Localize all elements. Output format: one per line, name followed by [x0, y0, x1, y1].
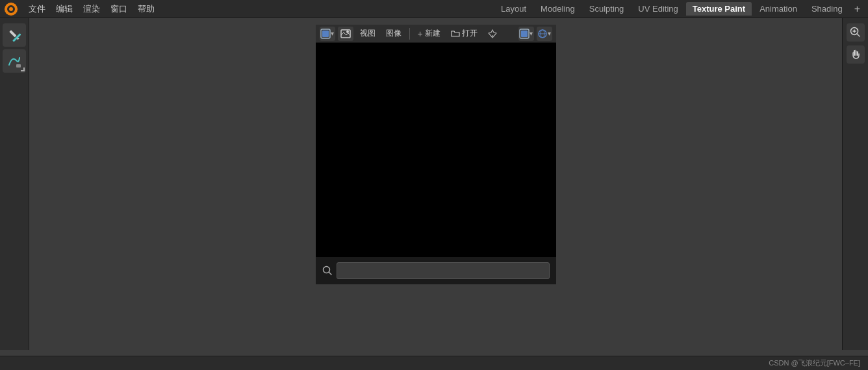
edit-menu-item[interactable]: 编辑 — [51, 2, 78, 16]
globe-btn[interactable]: ▾ — [537, 27, 552, 41]
plus-icon: + — [418, 29, 423, 39]
pin-btn[interactable] — [484, 27, 501, 41]
svg-rect-13 — [322, 31, 329, 37]
view-menu-btn[interactable]: 视图 — [356, 27, 379, 41]
open-image-btn[interactable]: 打开 — [447, 27, 481, 41]
search-icon — [322, 265, 333, 276]
blender-logo-icon — [4, 2, 18, 16]
tab-animation[interactable]: Animation — [753, 2, 804, 16]
search-bar-container — [316, 257, 556, 284]
svg-rect-11 — [16, 64, 21, 68]
window-menu-item[interactable]: 窗口 — [105, 2, 133, 16]
image-editor-type-icon — [320, 29, 331, 39]
status-text: CSDN @飞浪纪元[FWC–FE] — [769, 358, 860, 368]
image-editor-panel: ▾ 视图 图像 + 新建 — [316, 25, 556, 284]
tab-layout[interactable]: Layout — [494, 2, 533, 16]
right-tools-panel — [842, 18, 868, 350]
search-magnifier-icon — [322, 265, 333, 276]
new-image-label: 新建 — [425, 28, 440, 39]
render-menu-item[interactable]: 渲染 — [78, 2, 105, 16]
open-image-label: 打开 — [462, 28, 478, 39]
svg-point-15 — [346, 31, 349, 33]
hand-icon — [850, 49, 862, 60]
image-icon-btn[interactable] — [338, 27, 353, 41]
status-bar: CSDN @飞浪纪元[FWC–FE] — [0, 356, 868, 370]
svg-rect-18 — [521, 31, 528, 37]
toolbar-separator-1 — [409, 28, 410, 40]
main-area: ▾ 视图 图像 + 新建 — [0, 18, 868, 350]
zoom-in-btn[interactable] — [847, 23, 865, 42]
pan-tool-btn[interactable] — [847, 45, 865, 64]
zoom-in-icon — [850, 27, 862, 38]
folder-icon — [451, 29, 460, 38]
svg-point-2 — [9, 7, 13, 11]
top-menubar: 文件 编辑 渲染 窗口 帮助 Layout Modeling Sculpting… — [0, 0, 868, 18]
image-canvas[interactable] — [316, 43, 556, 257]
image-menu-btn[interactable]: 图像 — [382, 27, 405, 41]
tab-shading[interactable]: Shading — [805, 2, 849, 16]
tab-texture-paint[interactable]: Texture Paint — [686, 2, 752, 16]
tab-uv-editing[interactable]: UV Editing — [632, 2, 684, 16]
image-type-icon — [340, 29, 351, 39]
tool-corner-indicator — [21, 68, 25, 71]
tab-modeling[interactable]: Modeling — [534, 2, 581, 16]
center-canvas-area: ▾ 视图 图像 + 新建 — [29, 18, 842, 350]
svg-line-25 — [857, 34, 860, 36]
curve-tool-icon — [7, 54, 21, 68]
right-view-icon — [519, 29, 530, 39]
svg-rect-9 — [9, 30, 16, 37]
curve-tool-btn[interactable] — [3, 49, 26, 73]
chevron-down-icon-3: ▾ — [548, 30, 551, 37]
pin-icon — [488, 29, 497, 38]
chevron-down-icon: ▾ — [331, 30, 334, 37]
add-workspace-tab-btn[interactable]: + — [850, 2, 864, 16]
new-image-btn[interactable]: + 新建 — [414, 27, 444, 41]
right-editor-type-btn[interactable]: ▾ — [518, 27, 534, 41]
svg-line-23 — [329, 273, 331, 275]
file-menu-item[interactable]: 文件 — [23, 2, 51, 16]
draw-tool-btn[interactable] — [3, 23, 26, 47]
search-input[interactable] — [337, 262, 550, 279]
chevron-down-icon-2: ▾ — [530, 30, 533, 37]
globe-icon — [537, 29, 548, 39]
workspace-tabs: Layout Modeling Sculpting UV Editing Tex… — [494, 2, 864, 16]
editor-type-selector-btn[interactable]: ▾ — [320, 27, 335, 41]
image-editor-toolbar: ▾ 视图 图像 + 新建 — [316, 25, 556, 43]
left-tools-panel — [0, 18, 29, 350]
draw-tool-icon — [8, 29, 21, 42]
tab-sculpting[interactable]: Sculpting — [583, 2, 630, 16]
help-menu-item[interactable]: 帮助 — [133, 2, 160, 16]
